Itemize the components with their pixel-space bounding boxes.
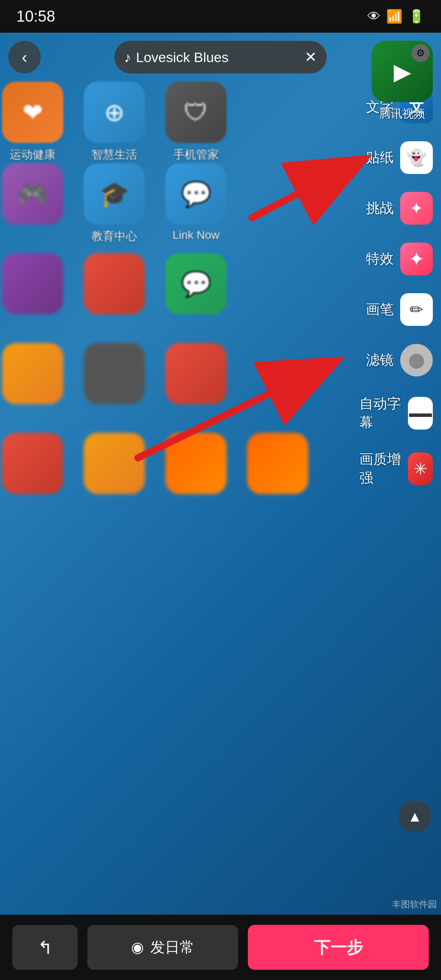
app-item: 💬	[163, 253, 229, 314]
battery-icon: 🔋	[408, 9, 425, 24]
app-row-5	[0, 433, 310, 494]
panel-icon-filter: ⬤	[400, 344, 433, 376]
panel-item-subtitle[interactable]: 自动字幕 ▬▬	[351, 385, 441, 441]
daily-icon: ◉	[131, 939, 144, 956]
enhance-icon: ✳	[414, 459, 428, 478]
panel-label-enhance: 画质增强	[359, 450, 401, 488]
app-row-3: 💬	[0, 253, 229, 314]
panel-item-challenge[interactable]: 挑战 ✦	[351, 183, 441, 234]
app-item	[0, 433, 65, 494]
sparkle-icon: ✦	[408, 247, 425, 270]
app-icon-3c: 💬	[165, 253, 227, 314]
panel-label-sticker: 贴纸	[366, 148, 394, 167]
music-title: Lovesick Blues	[136, 49, 305, 65]
ghost-icon: 👻	[406, 148, 427, 167]
status-icons: 👁 📶 🔋	[368, 9, 425, 24]
app-icon-4c	[165, 343, 227, 404]
app-item	[82, 253, 147, 314]
app-item	[245, 433, 310, 494]
back-button[interactable]: ‹	[8, 41, 41, 74]
panel-label-effect: 特效	[366, 249, 394, 268]
app-icon-4a	[2, 343, 63, 404]
chevron-up-icon: ▲	[408, 808, 422, 825]
app-icon-game: 🎮	[2, 163, 63, 225]
daily-label: 发日常	[150, 938, 194, 958]
app-icon-5d	[247, 433, 308, 494]
app-icon-5b	[84, 433, 145, 494]
tencent-video-icon: ▶ ⚙ 腾讯视频	[372, 41, 433, 122]
right-panel: 文字 文 贴纸 👻 挑战 ✦ 特效 ✦ 画笔	[351, 82, 441, 497]
app-item	[163, 433, 229, 494]
panel-label-challenge: 挑战	[366, 199, 394, 218]
app-item	[82, 433, 147, 494]
tencent-icon: ▶ ⚙	[372, 41, 433, 102]
main-content: ❤ 运动健康 ⊕ 智慧生活 🛡 手机管家 🎮 🎓 教育中心 💬 Link Now	[0, 33, 441, 915]
subtitle-icon: ▬▬	[409, 407, 432, 420]
app-label: 智慧生活	[91, 147, 137, 163]
panel-item-effect[interactable]: 特效 ✦	[351, 234, 441, 284]
panel-label-brush: 画笔	[366, 300, 394, 319]
eye-icon: 👁	[368, 9, 381, 24]
app-item: ❤ 运动健康	[0, 82, 65, 163]
panel-item-filter[interactable]: 滤镜 ⬤	[351, 335, 441, 385]
app-icon-3b	[84, 253, 145, 314]
app-label: 手机管家	[173, 147, 219, 163]
app-label: Link Now	[172, 229, 219, 242]
tencent-label: 腾讯视频	[372, 106, 433, 122]
panel-item-enhance[interactable]: 画质增强 ✳	[351, 441, 441, 497]
panel-icon-enhance: ✳	[408, 452, 433, 485]
daily-button[interactable]: ◉ 发日常	[87, 925, 238, 970]
status-bar: 10:58 👁 📶 🔋	[0, 0, 441, 33]
panel-icon-challenge: ✦	[400, 192, 433, 225]
wifi-icon: 📶	[386, 9, 403, 24]
svg-line-3	[252, 174, 335, 218]
app-item	[0, 253, 65, 314]
scroll-up-button[interactable]: ▲	[399, 800, 431, 833]
music-note-icon: ♪	[124, 49, 131, 65]
panel-icon-sticker: 👻	[400, 141, 433, 174]
app-row-1: ❤ 运动健康 ⊕ 智慧生活 🛡 手机管家	[0, 82, 229, 163]
panel-icon-effect: ✦	[400, 243, 433, 275]
app-item: 🛡 手机管家	[163, 82, 229, 163]
app-icon-4b	[84, 343, 145, 404]
app-row-4	[0, 343, 229, 404]
app-item: 🎮	[0, 163, 65, 229]
app-icon-manager: 🛡	[165, 82, 227, 143]
bottom-bar: ↰ ◉ 发日常 下一步	[0, 915, 441, 980]
music-close-button[interactable]: ✕	[305, 49, 317, 66]
panel-label-filter: 滤镜	[366, 351, 394, 370]
play-icon: ▶	[394, 58, 411, 85]
back-icon: ‹	[22, 48, 27, 67]
app-item: 🎓 教育中心	[82, 163, 147, 244]
panel-item-sticker[interactable]: 贴纸 👻	[351, 132, 441, 183]
app-icon-health: ❤	[2, 82, 63, 143]
panel-item-brush[interactable]: 画笔 ✏	[351, 284, 441, 335]
app-icon-edu: 🎓	[84, 163, 145, 225]
app-icon-5a	[2, 433, 63, 494]
app-icon-linknow: 💬	[165, 163, 227, 225]
app-item	[163, 343, 229, 404]
share-icon: ↰	[38, 937, 53, 958]
star-icon: ✦	[410, 199, 423, 218]
next-button[interactable]: 下一步	[248, 925, 429, 970]
app-label: 运动健康	[10, 147, 56, 163]
app-item: ⊕ 智慧生活	[82, 82, 147, 163]
app-icon-smart: ⊕	[84, 82, 145, 143]
brush-icon: ✏	[410, 300, 423, 319]
filter-icon: ⬤	[408, 352, 425, 369]
watermark: 丰图软件园	[392, 898, 437, 911]
status-time: 10:58	[16, 8, 55, 25]
gear-icon: ⚙	[412, 44, 430, 62]
app-row-2: 🎮 🎓 教育中心 💬 Link Now	[0, 163, 229, 244]
app-icon-5c	[165, 433, 227, 494]
app-icon-3a	[2, 253, 63, 314]
panel-label-subtitle: 自动字幕	[359, 394, 401, 432]
panel-icon-subtitle: ▬▬	[408, 397, 433, 430]
next-label: 下一步	[314, 936, 363, 959]
music-bar: ♪ Lovesick Blues ✕	[114, 41, 327, 74]
app-item: 💬 Link Now	[163, 163, 229, 242]
app-item	[0, 343, 65, 404]
app-label: 教育中心	[91, 229, 137, 244]
panel-icon-brush: ✏	[400, 293, 433, 326]
share-button[interactable]: ↰	[12, 925, 78, 970]
